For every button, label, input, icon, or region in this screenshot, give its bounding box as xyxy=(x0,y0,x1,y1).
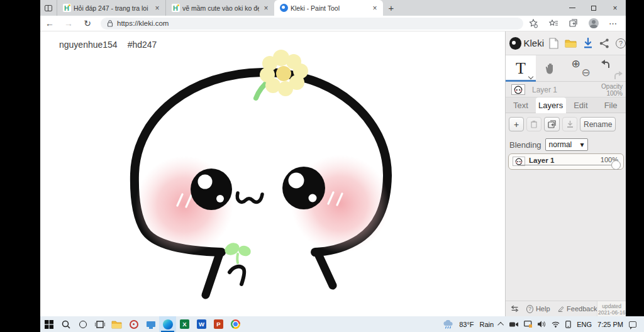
back-button[interactable]: ← xyxy=(40,18,59,28)
open-file-icon[interactable] xyxy=(565,38,577,48)
help-icon[interactable]: ? xyxy=(616,38,626,48)
minimize-button[interactable] xyxy=(562,0,583,16)
clock[interactable]: 7:25 PM xyxy=(597,321,623,328)
tab-file[interactable]: File xyxy=(596,97,626,113)
tab-list-icon xyxy=(45,5,52,11)
add-favorite-icon[interactable] xyxy=(528,18,538,28)
chevron-down-icon xyxy=(528,74,533,79)
hidden-icons-chevron[interactable] xyxy=(497,322,504,328)
text-tool-button[interactable]: T xyxy=(506,55,536,82)
blending-select[interactable]: normal ▾ xyxy=(545,138,588,151)
restore-icon xyxy=(591,6,596,11)
zoom-in-icon[interactable]: ⊕ xyxy=(572,58,580,69)
meet-now-camera-icon[interactable] xyxy=(509,321,518,328)
add-layer-button[interactable]: + xyxy=(509,117,524,131)
opacity-slider-track[interactable] xyxy=(518,165,614,166)
notifications-icon[interactable] xyxy=(629,321,636,328)
profile-avatar[interactable] xyxy=(589,18,599,28)
opacity-slider-knob[interactable] xyxy=(611,160,621,170)
layer-name: Layer 1 xyxy=(529,157,554,164)
edge-icon xyxy=(163,319,173,329)
new-image-icon[interactable] xyxy=(549,38,558,49)
address-bar-actions: ⋯ xyxy=(528,18,618,28)
zoom-out-icon[interactable]: ⊖ xyxy=(582,67,591,78)
swap-sides-icon[interactable] xyxy=(511,305,519,313)
close-window-button[interactable]: × xyxy=(604,0,626,16)
tab-list-button[interactable] xyxy=(40,0,57,16)
page-content: nguyenhue154 #hd247 xyxy=(40,31,626,316)
help-link[interactable]: Help xyxy=(536,305,550,313)
tab-kleki-active[interactable]: Kleki - Paint Tool × xyxy=(274,0,383,16)
close-tab-icon[interactable]: × xyxy=(262,4,270,13)
favorites-hub-icon[interactable] xyxy=(548,18,558,28)
search-button[interactable] xyxy=(57,316,74,332)
task-view-button[interactable] xyxy=(91,316,108,332)
hand-icon xyxy=(545,62,557,75)
volume-icon[interactable] xyxy=(538,321,546,328)
lock-icon xyxy=(107,19,113,27)
wifi-icon[interactable] xyxy=(552,321,560,328)
kleki-app-name: Kleki xyxy=(523,38,544,48)
rename-button[interactable]: Rename xyxy=(580,117,616,131)
opacity-value: 100% xyxy=(601,90,623,97)
tab-ve-mam-cute[interactable]: H vẽ mầm cute vào oki ko đẹp 100 × xyxy=(165,0,274,16)
weather-temp[interactable]: 83°F xyxy=(459,321,474,328)
new-tab-button[interactable]: + xyxy=(383,0,399,16)
layer-list-item[interactable]: Layer 1 100% xyxy=(508,153,624,170)
screen: H Hỏi đáp 247 - trang tra loi × H vẽ mầm… xyxy=(0,0,644,332)
red-circle-app-icon xyxy=(130,320,138,329)
start-button[interactable] xyxy=(40,316,57,332)
windows-taskbar: X W P 83°F Rain xyxy=(40,316,644,332)
settings-menu-icon[interactable]: ⋯ xyxy=(609,19,618,28)
word-button[interactable]: W xyxy=(193,316,210,332)
tab-title: Kleki - Paint Tool xyxy=(291,4,368,12)
feedback-link[interactable]: Feedback xyxy=(567,305,597,313)
save-download-icon[interactable] xyxy=(583,38,593,49)
duplicate-layer-button[interactable] xyxy=(544,117,560,131)
browser-window: H Hỏi đáp 247 - trang tra loi × H vẽ mầm… xyxy=(40,0,626,316)
file-explorer-icon xyxy=(111,320,122,329)
restore-button[interactable] xyxy=(583,0,604,16)
window-controls: × xyxy=(562,0,626,16)
tab-hoidap247[interactable]: H Hỏi đáp 247 - trang tra loi × xyxy=(57,0,165,16)
powerpoint-button[interactable]: P xyxy=(210,316,227,332)
collections-icon[interactable] xyxy=(569,18,579,28)
current-layer-name: Layer 1 xyxy=(532,86,557,94)
file-explorer-button[interactable] xyxy=(108,316,125,332)
language-indicator[interactable]: ENG xyxy=(577,321,592,328)
kleki-panel: Kleki xyxy=(505,31,626,316)
close-tab-icon[interactable]: × xyxy=(370,4,379,13)
tab-text[interactable]: Text xyxy=(506,97,536,113)
url-field[interactable]: https://kleki.com xyxy=(101,18,523,30)
weather-condition[interactable]: Rain xyxy=(480,321,494,328)
cortana-icon xyxy=(79,321,87,328)
zoom-tool-button[interactable]: ⊕ ⊖ xyxy=(566,55,596,82)
powerpoint-icon: P xyxy=(214,319,223,329)
layer-thumbnail xyxy=(511,84,525,95)
drawing-canvas[interactable]: nguyenhue154 #hd247 xyxy=(40,31,505,316)
url-text: https://kleki.com xyxy=(117,19,169,27)
kleki-favicon xyxy=(279,4,288,13)
tab-layers[interactable]: Layers xyxy=(536,97,566,113)
updated-date: 2021-06-16 xyxy=(597,309,626,316)
app-red-circle-button[interactable] xyxy=(125,316,142,332)
hand-tool-button[interactable] xyxy=(536,55,566,82)
current-layer-bar[interactable]: Layer 1 Opacity 100% xyxy=(506,82,626,97)
close-tab-icon[interactable]: × xyxy=(153,4,162,13)
refresh-button[interactable]: ↻ xyxy=(78,18,97,28)
share-icon[interactable] xyxy=(599,38,609,48)
excel-button[interactable]: X xyxy=(176,316,193,332)
chrome-button[interactable] xyxy=(227,316,244,332)
cortana-button[interactable] xyxy=(74,316,91,332)
task-view-icon xyxy=(95,321,105,328)
display-app-button[interactable] xyxy=(142,316,159,332)
taskbar-apps: X W P xyxy=(40,316,244,332)
tab-edit[interactable]: Edit xyxy=(566,97,596,113)
undo-icon[interactable] xyxy=(601,60,610,69)
kleki-logo-icon xyxy=(509,37,521,50)
security-monitor-icon[interactable] xyxy=(524,321,532,328)
edge-taskbar-button[interactable] xyxy=(159,316,176,332)
layer-buttons: + xyxy=(509,117,616,131)
hoidap247-favicon: H xyxy=(171,4,180,13)
your-phone-icon[interactable] xyxy=(565,321,571,328)
